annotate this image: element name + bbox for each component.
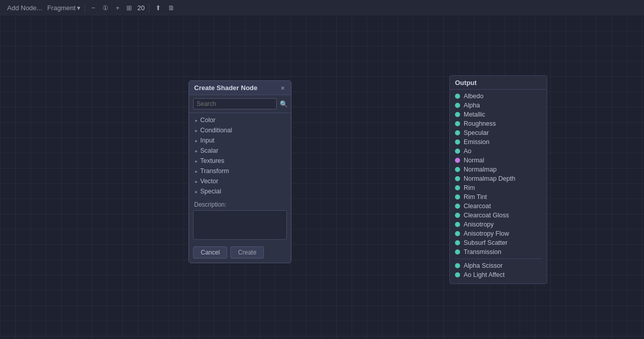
- doc-button[interactable]: 🗎: [166, 3, 177, 13]
- output-item: Normalmap: [450, 165, 547, 174]
- dialog-title: Create Shader Node: [194, 84, 257, 92]
- output-separator: [455, 259, 542, 259]
- output-item: Emission: [450, 137, 547, 147]
- output-item: Ao Light Affect: [450, 270, 547, 279]
- description-textarea[interactable]: [193, 210, 287, 240]
- output-item: Specular: [450, 128, 547, 137]
- category-label: Transform: [200, 167, 229, 175]
- output-dot: [455, 194, 460, 200]
- description-label: Description:: [189, 199, 291, 209]
- toolbar-separator-2: [149, 4, 149, 13]
- chevron-right-icon: ▸: [195, 138, 198, 144]
- output-dot: [455, 249, 460, 255]
- dialog-category-item[interactable]: ▸Color: [189, 115, 291, 125]
- category-label: Textures: [200, 157, 224, 164]
- output-item-label: Rim Tint: [464, 193, 487, 201]
- output-item-label: Ao: [464, 148, 471, 155]
- output-item-label: Transmission: [464, 248, 501, 256]
- output-item: Normalmap Depth: [450, 174, 547, 183]
- dialog-category-list: ▸Color▸Conditional▸Input▸Scalar▸Textures…: [189, 113, 291, 199]
- fragment-label: Fragment: [47, 4, 76, 12]
- output-dot: [455, 158, 460, 163]
- output-dot: [455, 263, 460, 268]
- output-item-label: Subsurf Scatter: [464, 239, 507, 246]
- output-dot: [455, 272, 460, 277]
- output-item: Transmission: [450, 247, 547, 257]
- output-item-label: Metallic: [464, 111, 485, 118]
- output-dot: [455, 222, 460, 227]
- output-dot: [455, 103, 460, 108]
- output-dot: [455, 240, 460, 245]
- output-item-label: Albedo: [464, 93, 484, 100]
- category-label: Vector: [200, 178, 218, 185]
- search-input[interactable]: [193, 98, 277, 109]
- output-item-label: Roughness: [464, 120, 496, 127]
- output-item-label: Anisotropy: [464, 221, 494, 228]
- output-item: Albedo: [450, 92, 547, 101]
- dialog-category-item[interactable]: ▸Scalar: [189, 146, 291, 156]
- arrow-up-button[interactable]: ⬆: [153, 3, 163, 13]
- output-item-label: Clearcoat: [464, 203, 491, 210]
- zoom-level: 20: [137, 4, 144, 12]
- output-item: Rim: [450, 183, 547, 192]
- output-dot: [455, 139, 460, 145]
- output-item-label: Alpha: [464, 102, 480, 109]
- info-button[interactable]: ①: [100, 3, 111, 13]
- arrow-up-icon: ⬆: [155, 4, 161, 12]
- output-item-label: Emission: [464, 138, 490, 146]
- fragment-dropdown[interactable]: Fragment ▾: [47, 4, 81, 12]
- output-dot: [455, 176, 460, 181]
- dialog-category-item[interactable]: ▸Vector: [189, 176, 291, 186]
- dialog-category-item[interactable]: ▸Conditional: [189, 125, 291, 135]
- output-item: Clearcoat: [450, 202, 547, 211]
- output-dot: [455, 167, 460, 172]
- zoom-out-button[interactable]: −: [89, 3, 97, 13]
- output-dot: [455, 185, 460, 190]
- dialog-title-bar: Create Shader Node ×: [189, 81, 291, 95]
- output-dot: [455, 112, 460, 117]
- search-icon-button[interactable]: 🔍: [279, 99, 289, 109]
- toolbar: Add Node... Fragment ▾ − ① + ⊞ 20 ⬆ 🗎: [0, 0, 644, 16]
- cancel-button[interactable]: Cancel: [193, 246, 227, 259]
- output-item: Alpha Scissor: [450, 261, 547, 270]
- dialog-category-item[interactable]: ▸Textures: [189, 156, 291, 166]
- output-dot: [455, 130, 460, 135]
- dialog-category-item[interactable]: ▸Transform: [189, 166, 291, 176]
- create-shader-node-dialog: Create Shader Node × 🔍 ⚙ ▸Color▸Conditio…: [189, 80, 291, 263]
- category-label: Special: [200, 188, 221, 195]
- dialog-close-button[interactable]: ×: [280, 84, 286, 92]
- dialog-category-item[interactable]: ▸Input: [189, 135, 291, 146]
- doc-icon: 🗎: [168, 4, 175, 12]
- output-item-label: Anisotropy Flow: [464, 230, 509, 237]
- filter-icon-button[interactable]: ⚙: [291, 99, 291, 109]
- node-layout-button[interactable]: ⊞: [124, 3, 134, 13]
- output-dot: [455, 94, 460, 99]
- output-item: Anisotropy Flow: [450, 229, 547, 238]
- canvas-background: [0, 0, 644, 339]
- dialog-category-item[interactable]: ▸Special: [189, 186, 291, 196]
- output-item-label: Specular: [464, 129, 489, 136]
- category-label: Scalar: [200, 147, 218, 154]
- create-button[interactable]: Create: [230, 246, 264, 259]
- output-item-label: Normalmap: [464, 166, 497, 173]
- chevron-right-icon: ▸: [195, 158, 198, 164]
- output-dot: [455, 213, 460, 218]
- output-item: Alpha: [450, 101, 547, 110]
- output-item: Anisotropy: [450, 220, 547, 229]
- zoom-in-button[interactable]: +: [114, 3, 122, 13]
- dialog-button-row: Cancel Create: [189, 244, 291, 263]
- output-item-label: Rim: [464, 184, 475, 191]
- output-item: Clearcoat Gloss: [450, 211, 547, 220]
- output-item: Normal: [450, 156, 547, 165]
- add-node-button[interactable]: Add Node...: [5, 3, 44, 13]
- toolbar-separator-1: [85, 4, 85, 13]
- chevron-right-icon: ▸: [195, 168, 198, 174]
- minus-icon: −: [91, 4, 95, 12]
- chevron-right-icon: ▸: [195, 148, 198, 154]
- output-dot: [455, 149, 460, 154]
- category-label: Conditional: [200, 127, 232, 134]
- chevron-right-icon: ▸: [195, 118, 198, 123]
- output-item: Metallic: [450, 110, 547, 119]
- output-dot: [455, 121, 460, 126]
- add-node-label: Add Node...: [7, 4, 42, 12]
